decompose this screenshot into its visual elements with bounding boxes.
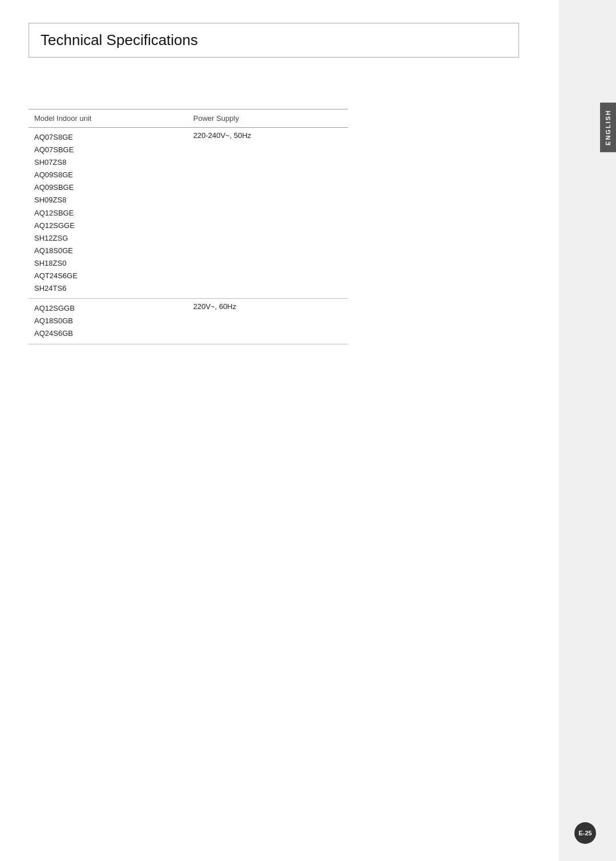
table-row: AQ07S8GEAQ07SBGESH07ZS8AQ09S8GEAQ09SBGES…: [29, 128, 348, 299]
model-cell: AQ12SGGBAQ18S0GBAQ24S6GB: [29, 299, 188, 344]
page-number-badge: E-25: [574, 822, 596, 844]
col-header-model: Model Indoor unit: [29, 109, 188, 128]
page-title: Technical Specifications: [40, 31, 198, 48]
table-row: AQ12SGGBAQ18S0GBAQ24S6GB220V~, 60Hz: [29, 299, 348, 344]
spec-table: Model Indoor unit Power Supply AQ07S8GEA…: [29, 109, 348, 344]
power-cell: 220V~, 60Hz: [188, 299, 348, 344]
page-container: Technical Specifications Model Indoor un…: [0, 0, 559, 861]
col-header-power: Power Supply: [188, 109, 348, 128]
table-header-row: Model Indoor unit Power Supply: [29, 109, 348, 128]
power-cell: 220-240V~, 50Hz: [188, 128, 348, 299]
side-tab-english: ENGLISH: [600, 103, 616, 152]
model-cell: AQ07S8GEAQ07SBGESH07ZS8AQ09S8GEAQ09SBGES…: [29, 128, 188, 299]
title-box: Technical Specifications: [29, 23, 519, 58]
